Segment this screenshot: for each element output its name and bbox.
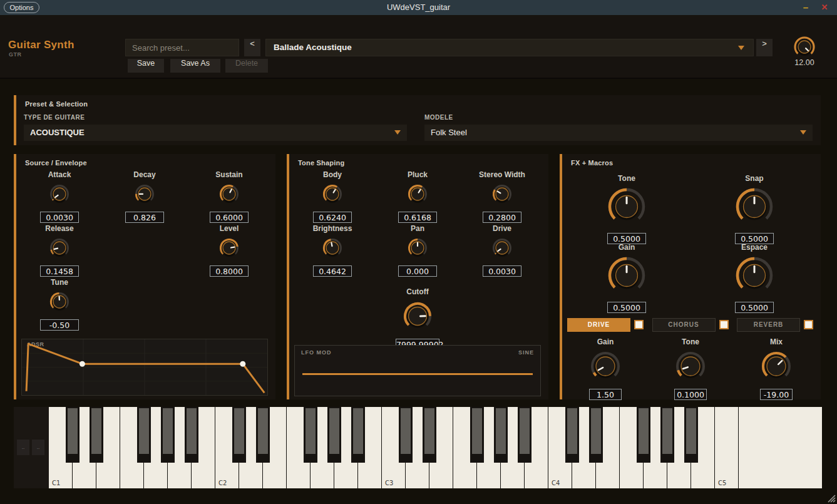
- fx-reverb-button[interactable]: REVERB: [737, 318, 800, 332]
- piano-keyboard: .... C1C2C3C4C5: [14, 407, 822, 488]
- black-key[interactable]: [589, 407, 603, 463]
- tune-value[interactable]: -0.50: [40, 319, 79, 331]
- pluck-knob[interactable]: [405, 182, 430, 209]
- fx-gain-value[interactable]: 1.50: [589, 389, 622, 400]
- window-title: UWdeVST_guitar: [0, 0, 837, 15]
- lfo-mode-label: SINE: [518, 349, 534, 356]
- black-key[interactable]: [232, 407, 246, 463]
- body-value[interactable]: 0.6240: [313, 212, 352, 223]
- level-value[interactable]: 0.8000: [210, 265, 249, 277]
- guitar-type-label: TYPE DE GUITARE: [24, 114, 85, 121]
- black-key[interactable]: [660, 407, 674, 463]
- fx-chorus-checkbox[interactable]: [719, 320, 729, 329]
- macro-tone-knob[interactable]: [605, 185, 648, 230]
- brightness-value[interactable]: 0.4642: [313, 265, 352, 277]
- decay-knob[interactable]: [132, 182, 157, 209]
- save-button[interactable]: Save: [128, 59, 164, 73]
- release-value[interactable]: 0.1458: [40, 265, 79, 277]
- cutoff-knob[interactable]: [400, 299, 435, 336]
- fx-drive-checkbox[interactable]: [634, 320, 644, 329]
- black-key[interactable]: [518, 407, 531, 463]
- black-key[interactable]: [185, 407, 198, 463]
- macro-gain-value[interactable]: 0.5000: [607, 302, 646, 313]
- search-input[interactable]: [125, 39, 239, 56]
- release-knob[interactable]: [47, 235, 72, 263]
- model-dropdown[interactable]: Folk Steel: [424, 125, 813, 141]
- fx-gain-knob[interactable]: [588, 349, 623, 386]
- knob-fx-mix: Mix -19.00: [732, 337, 820, 400]
- section-title: Tone Shaping: [298, 159, 344, 167]
- stereo-width-value[interactable]: 0.2800: [483, 212, 521, 223]
- resize-grip[interactable]: [826, 493, 836, 503]
- fx-drive-button[interactable]: DRIVE: [567, 318, 630, 332]
- fx-gain-label: Gain: [597, 337, 614, 347]
- octave-button-0[interactable]: ..: [17, 440, 29, 455]
- black-key[interactable]: [256, 407, 270, 463]
- black-key[interactable]: [327, 407, 341, 463]
- adsr-envelope-display[interactable]: ADSR: [21, 339, 268, 396]
- black-key[interactable]: [161, 407, 175, 463]
- delete-button[interactable]: Delete: [225, 59, 268, 73]
- knob-tune: Tune -0.50: [16, 278, 103, 331]
- master-volume-knob[interactable]: [792, 34, 817, 59]
- octave-button-1[interactable]: ..: [32, 440, 44, 455]
- black-key[interactable]: [423, 407, 436, 463]
- black-key[interactable]: [565, 407, 579, 463]
- pluck-label: Pluck: [408, 170, 428, 180]
- macro-tone-label: Tone: [618, 174, 635, 183]
- close-button[interactable]: ✕: [818, 1, 831, 14]
- black-key[interactable]: [66, 407, 80, 463]
- fx-reverb-checkbox[interactable]: [804, 320, 813, 329]
- attack-knob[interactable]: [47, 182, 72, 209]
- macro-espace-knob[interactable]: [733, 254, 776, 299]
- black-key-face: [306, 408, 316, 454]
- sustain-value[interactable]: 0.6000: [210, 212, 249, 223]
- master-volume-value: 12.00: [786, 58, 823, 67]
- fx-mix-value[interactable]: -19.00: [760, 389, 793, 400]
- tune-knob[interactable]: [47, 289, 72, 317]
- preset-dropdown[interactable]: Ballade Acoustique: [265, 39, 754, 56]
- black-key-face: [187, 408, 197, 454]
- macro-gain-knob[interactable]: [605, 254, 648, 299]
- attack-value[interactable]: 0.0030: [40, 212, 79, 223]
- level-knob[interactable]: [217, 235, 242, 263]
- model-label: MODELE: [424, 114, 453, 121]
- black-key[interactable]: [304, 407, 317, 463]
- pluck-value[interactable]: 0.6168: [398, 212, 437, 223]
- release-label: Release: [45, 224, 73, 234]
- previous-preset-button[interactable]: <: [244, 39, 260, 56]
- pan-knob[interactable]: [405, 235, 430, 263]
- black-key[interactable]: [637, 407, 650, 463]
- black-key-face: [472, 408, 482, 454]
- fx-tone-knob[interactable]: [673, 349, 708, 386]
- white-key[interactable]: C5: [715, 407, 739, 488]
- decay-value[interactable]: 0.826: [125, 212, 164, 223]
- drive-knob[interactable]: [490, 235, 515, 263]
- fx-mix-knob[interactable]: [759, 349, 794, 386]
- octave-label: C4: [552, 480, 560, 486]
- stereo-width-knob[interactable]: [490, 182, 515, 209]
- next-preset-button[interactable]: >: [756, 39, 773, 56]
- pan-value[interactable]: 0.000: [398, 265, 437, 277]
- fx-group-chorus: CHORUS: [652, 317, 729, 332]
- black-key[interactable]: [684, 407, 698, 463]
- black-key[interactable]: [351, 407, 365, 463]
- drive-value[interactable]: 0.0030: [483, 265, 521, 277]
- guitar-type-dropdown[interactable]: ACOUSTIQUE: [24, 125, 407, 141]
- sustain-knob[interactable]: [217, 182, 242, 209]
- black-key[interactable]: [90, 407, 103, 463]
- black-key[interactable]: [137, 407, 151, 463]
- section-title: Preset & Selection: [25, 100, 88, 108]
- fx-chorus-button[interactable]: CHORUS: [652, 318, 716, 332]
- black-key[interactable]: [494, 407, 508, 463]
- fx-tone-value[interactable]: 0.1000: [674, 389, 707, 400]
- save-as-button[interactable]: Save As: [170, 59, 220, 73]
- cutoff-label: Cutoff: [406, 287, 428, 297]
- body-knob[interactable]: [320, 182, 345, 209]
- black-key[interactable]: [470, 407, 484, 463]
- brightness-knob[interactable]: [320, 235, 345, 263]
- macro-espace-value[interactable]: 0.5000: [735, 302, 774, 313]
- macro-snap-knob[interactable]: [733, 185, 776, 230]
- black-key[interactable]: [399, 407, 413, 463]
- minimize-button[interactable]: –: [799, 1, 812, 14]
